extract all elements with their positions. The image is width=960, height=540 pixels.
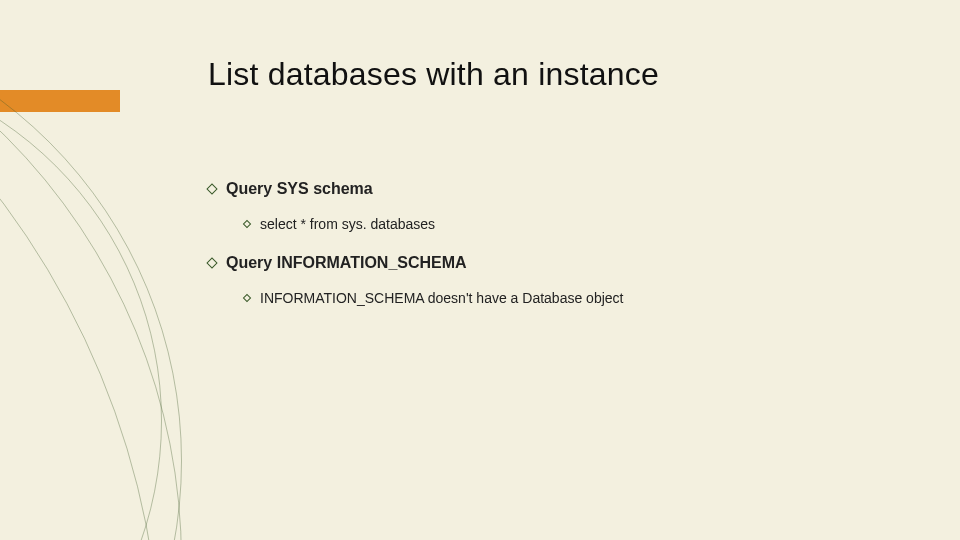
diamond-bullet-icon xyxy=(243,220,251,228)
bullet-level2: INFORMATION_SCHEMA doesn't have a Databa… xyxy=(244,290,900,306)
bullet-text: select * from sys. databases xyxy=(260,216,435,232)
slide-title: List databases with an instance xyxy=(208,56,659,93)
bullet-level1: Query INFORMATION_SCHEMA xyxy=(208,254,900,272)
bullet-text: Query INFORMATION_SCHEMA xyxy=(226,254,467,272)
bullet-text: Query SYS schema xyxy=(226,180,373,198)
decorative-arc xyxy=(0,0,182,540)
accent-bar xyxy=(0,90,120,112)
decorative-arc xyxy=(0,0,162,540)
decorative-arc xyxy=(0,60,162,540)
bullet-text: INFORMATION_SCHEMA doesn't have a Databa… xyxy=(260,290,623,306)
diamond-bullet-icon xyxy=(243,294,251,302)
bullet-level2: select * from sys. databases xyxy=(244,216,900,232)
diamond-bullet-icon xyxy=(206,183,217,194)
bullet-level1: Query SYS schema xyxy=(208,180,900,198)
diamond-bullet-icon xyxy=(206,257,217,268)
slide-content: Query SYS schema select * from sys. data… xyxy=(208,180,900,328)
